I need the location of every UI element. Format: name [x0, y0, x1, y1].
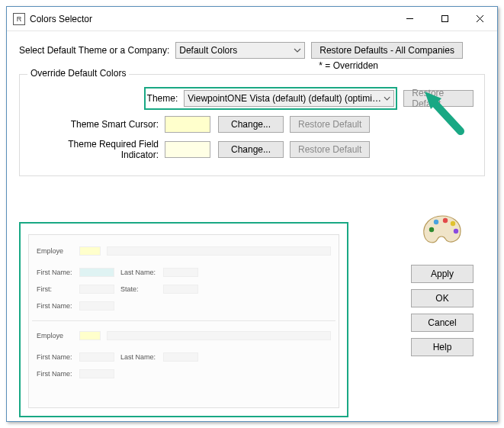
- preview-panel: Employe First Name: Last Name: First: St…: [28, 234, 339, 408]
- right-button-column: Apply OK Cancel Help: [406, 213, 479, 362]
- preview-field: [79, 268, 114, 277]
- preview-row: Employe: [37, 244, 331, 258]
- preview-field: [79, 369, 114, 378]
- app-icon: R: [13, 13, 25, 25]
- preview-label-employe: Employe: [37, 247, 73, 255]
- smart-cursor-swatch: [165, 116, 210, 133]
- default-theme-value: Default Colors: [179, 45, 237, 56]
- theme-row: x Theme: ViewpointONE Vista (default) (d…: [30, 87, 474, 110]
- preview-field: [79, 301, 114, 311]
- content-area: Select Default Theme or a Company: Defau…: [7, 31, 497, 425]
- smart-cursor-restore-button[interactable]: Restore Default: [290, 116, 370, 133]
- preview-field: [107, 331, 331, 340]
- theme-highlight-annotation: Theme: ViewpointONE Vista (default) (def…: [144, 87, 398, 110]
- preview-label-first-name: First Name:: [37, 370, 73, 378]
- cancel-button[interactable]: Cancel: [411, 314, 474, 332]
- default-theme-combo[interactable]: Default Colors: [175, 42, 305, 59]
- preview-field: [79, 285, 114, 294]
- preview-row: First Name: Last Name:: [37, 265, 331, 279]
- help-button[interactable]: Help: [411, 338, 474, 356]
- preview-label-last-name: Last Name:: [120, 269, 157, 276]
- theme-label: Theme:: [147, 93, 178, 104]
- preview-row: First: State:: [37, 282, 331, 296]
- smart-cursor-change-button[interactable]: Change...: [218, 116, 284, 133]
- minimize-button[interactable]: [392, 7, 427, 31]
- svg-point-6: [443, 218, 448, 223]
- svg-point-8: [454, 229, 458, 233]
- preview-row: First Name:: [37, 299, 331, 313]
- preview-row: Employe: [37, 329, 331, 343]
- preview-label-first: First:: [37, 285, 73, 293]
- preview-field: [163, 352, 198, 362]
- svg-point-5: [434, 220, 438, 224]
- svg-point-4: [429, 227, 434, 232]
- theme-combo[interactable]: ViewpointONE Vista (default) (default) (…: [184, 90, 394, 107]
- theme-combo-value: ViewpointONE Vista (default) (default) (…: [188, 93, 384, 104]
- required-field-restore-button[interactable]: Restore Default: [290, 141, 370, 158]
- required-field-swatch: [165, 141, 210, 158]
- smart-cursor-label: Theme Smart Cursor:: [30, 119, 165, 130]
- apply-button[interactable]: Apply: [411, 265, 474, 283]
- window-buttons: [392, 7, 497, 31]
- required-field-label: Theme Required Field Indicator:: [30, 139, 165, 160]
- required-field-change-button[interactable]: Change...: [218, 141, 284, 158]
- window-title: Colors Selector: [30, 14, 392, 24]
- required-field-row: Theme Required Field Indicator: Change..…: [30, 139, 474, 160]
- titlebar: R Colors Selector: [7, 7, 497, 31]
- preview-field: [107, 246, 331, 256]
- select-theme-label: Select Default Theme or a Company:: [19, 45, 169, 56]
- preview-panel-highlight: Employe First Name: Last Name: First: St…: [19, 222, 348, 417]
- preview-label-state: State:: [120, 285, 157, 293]
- colors-selector-window: R Colors Selector Select Default Theme o…: [6, 6, 498, 422]
- preview-row: First Name:: [37, 367, 331, 381]
- theme-restore-button[interactable]: Restore Default: [403, 90, 474, 107]
- restore-all-button[interactable]: Restore Defaults - All Companies: [311, 42, 463, 59]
- preview-field: [163, 285, 198, 294]
- maximize-button[interactable]: [427, 7, 462, 31]
- preview-label-first-name: First Name:: [37, 269, 73, 276]
- top-row: Select Default Theme or a Company: Defau…: [19, 42, 485, 59]
- close-button[interactable]: [462, 7, 497, 31]
- preview-label-first-name: First Name:: [37, 353, 73, 361]
- preview-label-last-name: Last Name:: [120, 353, 157, 361]
- group-title: Override Default Colors: [27, 68, 129, 79]
- preview-label-employe: Employe: [37, 332, 73, 340]
- chevron-down-icon: [384, 95, 390, 102]
- preview-field: [79, 352, 114, 362]
- chevron-down-icon: [294, 47, 301, 54]
- svg-rect-1: [441, 16, 448, 22]
- preview-row: First Name: Last Name:: [37, 350, 331, 364]
- smart-cursor-row: Theme Smart Cursor: Change... Restore De…: [30, 116, 474, 133]
- palette-icon: [421, 213, 464, 246]
- svg-point-7: [451, 221, 455, 226]
- preview-divider: [32, 320, 335, 321]
- ok-button[interactable]: OK: [411, 289, 474, 307]
- preview-field: [79, 331, 101, 340]
- preview-field: [163, 268, 198, 277]
- preview-field: [79, 246, 101, 256]
- override-group: Override Default Colors x Theme: Viewpoi…: [19, 74, 485, 176]
- preview-label-first-name: First Name:: [37, 302, 73, 310]
